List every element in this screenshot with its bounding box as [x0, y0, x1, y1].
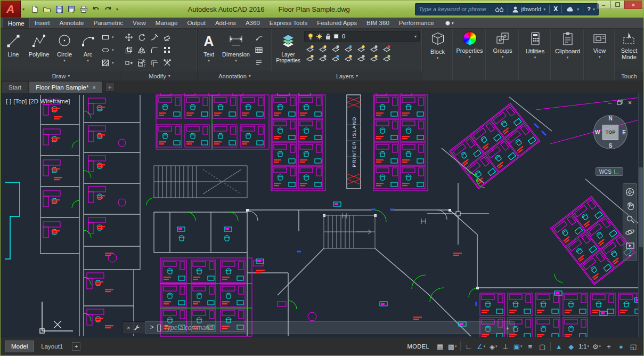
ribbon-tab-addins[interactable]: Add-ins [210, 18, 241, 28]
scrollbar-thumb[interactable] [639, 167, 643, 247]
graphics-performance-toggle[interactable]: ● [615, 341, 627, 352]
layer-prev-tool-icon[interactable] [317, 53, 328, 62]
move-tool-icon[interactable] [123, 31, 135, 43]
ribbon-tab-express-tools[interactable]: Express Tools [265, 18, 312, 28]
view-button[interactable]: View ▾ [584, 29, 615, 80]
utilities-button[interactable]: Utilities ▾ [519, 29, 551, 80]
layer-isolate-tool-icon[interactable] [317, 44, 328, 53]
layer-thaw-tool-icon[interactable] [369, 44, 379, 53]
polyline-button[interactable]: Polyline [26, 30, 52, 71]
a360-menu[interactable]: ▾ [566, 6, 579, 12]
dimension-button[interactable]: Dimension ▾ [220, 30, 252, 71]
ortho-mode-toggle[interactable]: ∟ [463, 341, 475, 352]
wcs-menu[interactable]: WCS [596, 167, 623, 176]
layer-delete-tool-icon[interactable] [369, 53, 379, 62]
clean-screen-toggle[interactable]: ◱ [627, 341, 639, 352]
select-mode-button[interactable]: Select Mode [615, 29, 643, 71]
hatch-tool-icon[interactable] [100, 57, 111, 69]
new-layout-button[interactable]: + [72, 342, 80, 351]
ribbon-tab-view[interactable]: View [128, 18, 151, 28]
arc-button[interactable]: Arc ▾ [77, 30, 99, 71]
layer-match-tool-icon[interactable] [305, 53, 315, 62]
mirror-tool-icon[interactable] [136, 44, 148, 56]
ellipse-tool-icon[interactable] [100, 44, 111, 56]
leader-tool-icon[interactable] [253, 31, 265, 43]
layer-on-tool-icon[interactable] [356, 44, 366, 53]
viewport-minimize-button[interactable]: – [608, 99, 612, 107]
layer-dropdown[interactable]: 0 ▾ [304, 31, 420, 42]
ribbon-tab-home[interactable]: Home [3, 18, 30, 28]
draw-panel-title[interactable]: Draw▾ [1, 71, 121, 80]
modify-panel-title[interactable]: Modify▾ [122, 71, 197, 80]
help-menu[interactable]: ? ▾ [587, 6, 595, 12]
app-menu-caret-icon[interactable]: ▾ [21, 7, 26, 12]
ribbon-display-toggle[interactable]: ▾ [442, 18, 457, 28]
layout-tab-model[interactable]: Model [5, 341, 34, 352]
command-input[interactable] [164, 324, 503, 331]
grid-display-toggle[interactable]: ▦ [434, 341, 446, 352]
viewcube-north[interactable]: N [608, 116, 612, 122]
command-input-field[interactable]: > ▴ [145, 321, 515, 334]
sign-in-menu[interactable]: jtbworld ▾ [512, 6, 545, 13]
command-history-icon[interactable]: ▴ [506, 325, 510, 330]
floor-plan-canvas[interactable]: PRINTER ISLAND [1, 93, 643, 337]
selection-cycling-toggle[interactable]: ▢ [536, 341, 548, 352]
layer-merge-tool-icon[interactable] [356, 53, 366, 62]
navbar-customize-caret-icon[interactable]: ▾ [629, 252, 631, 259]
layer-dropdown-caret-icon[interactable]: ▾ [414, 34, 417, 39]
qat-customize-caret-icon[interactable]: ▾ [115, 7, 119, 12]
multiline-text-tool-icon[interactable] [253, 57, 265, 69]
layer-walk-tool-icon[interactable] [330, 53, 341, 62]
lineweight-toggle[interactable]: ≡ [524, 341, 536, 352]
ribbon-tab-parametric[interactable]: Parametric [89, 18, 128, 28]
ribbon-tab-annotate[interactable]: Annotate [54, 18, 88, 28]
properties-button[interactable]: Properties ▾ [453, 29, 486, 80]
ribbon-tab-manage[interactable]: Manage [151, 18, 183, 28]
viewcube-top-face[interactable]: TOP [602, 125, 618, 140]
rectangle-flyout-caret-icon[interactable]: ▾ [112, 35, 114, 39]
open-file-button[interactable] [42, 4, 52, 14]
plot-button[interactable] [78, 4, 89, 14]
clipboard-button[interactable]: Clipboard ▾ [551, 29, 584, 80]
workspace-switching-button[interactable]: ⚙▾ [591, 341, 602, 352]
save-button[interactable] [54, 4, 64, 14]
annotation-monitor-toggle[interactable]: + [603, 341, 615, 352]
vertical-scrollbar[interactable] [638, 93, 643, 337]
layer-off-tool-icon[interactable] [305, 44, 315, 53]
layer-lock-tool-icon[interactable] [343, 44, 354, 53]
annotation-scale-button[interactable]: 1:1▾ [577, 341, 590, 352]
viewcube-south[interactable]: S [609, 143, 613, 149]
zoom-magnifier-icon[interactable] [624, 212, 636, 225]
search-binoculars-icon[interactable] [495, 6, 504, 13]
orbit-icon[interactable] [624, 225, 636, 239]
visual-style-control[interactable]: [2D Wireframe] [29, 98, 70, 104]
ribbon-tab-output[interactable]: Output [182, 18, 210, 28]
trim-tool-icon[interactable] [149, 31, 160, 43]
polar-tracking-toggle[interactable]: ∠▾ [475, 341, 487, 352]
insert-block-button[interactable]: Block ▾ [422, 29, 453, 80]
hatch-flyout-caret-icon[interactable]: ▾ [112, 61, 114, 65]
search-input[interactable] [419, 6, 492, 12]
rectangle-tool-icon[interactable] [100, 31, 111, 43]
layer-state-tool-icon[interactable] [381, 53, 392, 62]
command-line-grip[interactable]: × [122, 321, 145, 334]
drawing-area[interactable]: PRINTER ISLAND [1, 93, 643, 337]
groups-button[interactable]: Groups ▾ [486, 29, 519, 80]
viewcube-west[interactable]: W [595, 130, 600, 135]
layer-freeze-tool-icon[interactable] [330, 44, 341, 53]
ribbon-tab-bim360[interactable]: BIM 360 [362, 18, 394, 28]
application-menu-button[interactable]: A [1, 1, 21, 18]
tab-close-icon[interactable]: × [92, 84, 95, 91]
viewcube-east[interactable]: E [622, 130, 626, 135]
ellipse-flyout-caret-icon[interactable]: ▾ [112, 48, 114, 52]
offset-tool-icon[interactable] [149, 57, 160, 69]
annotation-panel-title[interactable]: Annotation▾ [198, 71, 272, 80]
new-file-button[interactable] [29, 4, 40, 14]
scale-tool-icon[interactable] [136, 57, 148, 69]
layout-tab-layout1[interactable]: Layout1 [35, 341, 69, 352]
layers-panel-title[interactable]: Layers▾ [272, 71, 422, 80]
customize-wrench-icon[interactable] [133, 324, 141, 331]
view-control[interactable]: [Top] [13, 98, 27, 104]
object-snap-toggle[interactable]: ▣▾ [512, 341, 524, 352]
annotation-autoscale-toggle[interactable]: ◆ [565, 341, 577, 352]
